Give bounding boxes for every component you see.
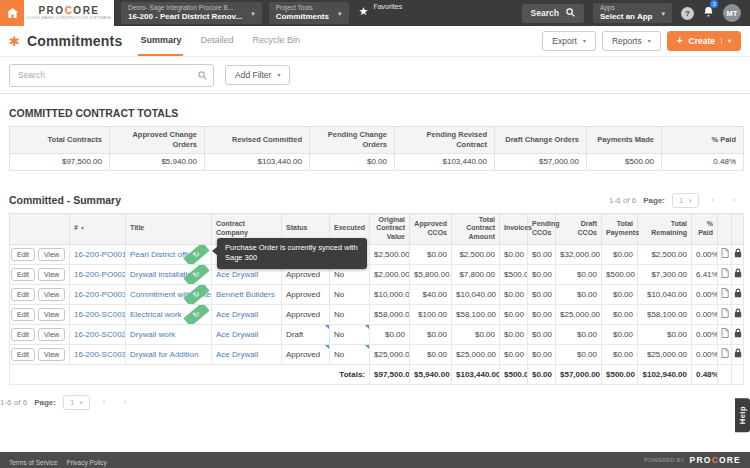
commitment-number-link[interactable]: 16-200-SC002 bbox=[74, 330, 126, 339]
chevron-down-icon: ▾ bbox=[583, 38, 586, 44]
document-icon[interactable] bbox=[721, 351, 729, 360]
next-page-button[interactable]: › bbox=[118, 395, 132, 409]
page-select[interactable]: 1 ▾ bbox=[672, 193, 699, 208]
summary-column-header bbox=[732, 213, 744, 244]
notification-badge: 3 bbox=[710, 0, 718, 8]
tab-recycle-bin[interactable]: Recycle Bin bbox=[251, 26, 303, 56]
edit-button[interactable]: Edit bbox=[11, 248, 35, 261]
contract-company-link[interactable]: Ace Drywall bbox=[216, 270, 258, 279]
contract-company-link[interactable]: Ace Drywall bbox=[216, 350, 258, 359]
lock-icon-cell bbox=[732, 344, 744, 364]
commitment-number-link[interactable]: 16-200-PO002 bbox=[74, 270, 126, 279]
notifications-button[interactable]: 3 bbox=[703, 4, 714, 22]
prev-page-button[interactable]: ‹ bbox=[706, 193, 720, 207]
document-icon[interactable] bbox=[721, 271, 729, 280]
footer-link-privacy-policy[interactable]: Privacy Policy bbox=[66, 459, 106, 466]
commitment-number-link[interactable]: 16-200-PO003 bbox=[74, 290, 126, 299]
document-icon[interactable] bbox=[721, 311, 729, 320]
contract-company-cell: Ace Drywall bbox=[212, 324, 282, 344]
commitment-number-link[interactable]: 16-200-SC001 bbox=[74, 310, 126, 319]
apps-dropdown[interactable]: Apps Select an App ▾ bbox=[593, 3, 672, 23]
commitment-number-link[interactable]: 16-200-PO001 bbox=[74, 250, 126, 259]
contract-company-cell: Bennett Builders bbox=[212, 284, 282, 304]
pagination-bottom: 1-6 of 6 Page: 1 ▾ ‹ › bbox=[0, 395, 741, 410]
amount-cell: $2,500.00 bbox=[638, 244, 692, 264]
edit-button[interactable]: Edit bbox=[11, 308, 35, 321]
help-question-icon[interactable]: ? bbox=[681, 7, 694, 20]
amount-cell: $2,500.00 bbox=[370, 244, 410, 264]
edit-button[interactable]: Edit bbox=[11, 348, 35, 361]
commitment-title-link[interactable]: Drywall for Addition bbox=[130, 350, 198, 359]
edit-button[interactable]: Edit bbox=[11, 288, 35, 301]
tab-bar: SummaryDetailedRecycle Bin bbox=[138, 26, 302, 56]
commitments-tool-icon: ✱ bbox=[9, 34, 20, 49]
edit-button[interactable]: Edit bbox=[11, 328, 35, 341]
view-button[interactable]: View bbox=[38, 328, 65, 341]
commitment-title-link[interactable]: Electrical work bbox=[130, 310, 182, 319]
document-icon[interactable] bbox=[721, 251, 729, 260]
lock-icon bbox=[734, 291, 742, 300]
view-button[interactable]: View bbox=[38, 248, 65, 261]
export-button[interactable]: Export ▾ bbox=[542, 31, 596, 51]
amount-cell: $2,000.00 bbox=[370, 264, 410, 284]
tab-detailed[interactable]: Detailed bbox=[198, 26, 235, 56]
view-button[interactable]: View bbox=[38, 348, 65, 361]
amount-cell: $0.00 bbox=[528, 264, 556, 284]
project-tools-dropdown[interactable]: Project Tools Commitments ▾ bbox=[269, 2, 349, 24]
sage-sync-badge[interactable]: ↻ bbox=[183, 244, 209, 264]
document-icon[interactable] bbox=[721, 331, 729, 340]
summary-column-header: Title bbox=[126, 213, 212, 244]
totals-value: $103,440.00 bbox=[395, 153, 495, 170]
reports-button[interactable]: Reports ▾ bbox=[602, 31, 661, 51]
lock-icon-cell bbox=[732, 244, 744, 264]
footer-link-terms-of-service[interactable]: Terms of Service bbox=[9, 459, 57, 466]
search-button-label: Search bbox=[531, 8, 559, 18]
view-button[interactable]: View bbox=[38, 308, 65, 321]
amount-cell: $10,040.00 bbox=[638, 284, 692, 304]
executed-cell: No bbox=[330, 284, 370, 304]
create-button[interactable]: + Create ▾ bbox=[667, 31, 741, 51]
page-select[interactable]: 1 ▾ bbox=[63, 395, 90, 410]
tab-summary[interactable]: Summary bbox=[138, 26, 183, 56]
apps-label: Apps bbox=[600, 4, 653, 12]
sage-sync-badge[interactable]: ↻ bbox=[183, 304, 209, 324]
contract-company-link[interactable]: Ace Drywall bbox=[216, 330, 258, 339]
favorites-button[interactable]: ★ Favorites bbox=[359, 0, 403, 26]
commitment-number-link[interactable]: 16-200-SC003 bbox=[74, 350, 126, 359]
document-icon[interactable] bbox=[721, 291, 729, 300]
sage-sync-badge[interactable]: ↻ bbox=[183, 264, 209, 284]
lock-icon-cell bbox=[732, 304, 744, 324]
document-icon-cell bbox=[718, 324, 732, 344]
lock-icon bbox=[734, 311, 742, 320]
next-page-button[interactable]: › bbox=[727, 193, 741, 207]
procore-footer-logo: PROCORE bbox=[690, 455, 741, 465]
totals-table: Total ContractsApproved Change OrdersRev… bbox=[9, 126, 744, 171]
changed-marker-icon bbox=[325, 345, 329, 349]
status-cell: Approved bbox=[282, 284, 330, 304]
document-icon-cell bbox=[718, 264, 732, 284]
view-button[interactable]: View bbox=[38, 288, 65, 301]
view-button[interactable]: View bbox=[38, 268, 65, 281]
footer: Terms of ServicePrivacy Policy POWERED B… bbox=[0, 452, 750, 468]
home-button[interactable] bbox=[0, 0, 24, 26]
summary-column-header[interactable]: #▼ bbox=[70, 213, 126, 244]
search-icon bbox=[566, 8, 575, 19]
edit-button[interactable]: Edit bbox=[11, 268, 35, 281]
page-title: Commitments bbox=[27, 33, 123, 49]
table-row: EditView16-200-PO003Commitment with Taxe… bbox=[10, 284, 744, 304]
table-row: EditView16-200-SC001Electrical work↻Ace … bbox=[10, 304, 744, 324]
sync-icon: ↻ bbox=[191, 289, 201, 299]
contract-company-link[interactable]: Ace Drywall bbox=[216, 310, 258, 319]
global-search-button[interactable]: Search bbox=[522, 4, 584, 23]
contract-company-link[interactable]: Bennett Builders bbox=[216, 290, 275, 299]
totals-column-header: Pending Revised Contract bbox=[395, 127, 495, 154]
avatar[interactable]: MT bbox=[723, 4, 741, 22]
commitment-title-link[interactable]: Drywall work bbox=[130, 330, 175, 339]
help-tab[interactable]: Help bbox=[735, 398, 750, 432]
company-project-dropdown[interactable]: Demo- Sage Integration Procore B... 16-2… bbox=[121, 2, 262, 24]
sage-sync-tooltip: Purchase Order is currently synced with … bbox=[217, 238, 367, 269]
prev-page-button[interactable]: ‹ bbox=[97, 395, 111, 409]
search-input[interactable] bbox=[9, 64, 214, 87]
amount-cell: $0.00 bbox=[602, 244, 638, 264]
add-filter-button[interactable]: Add Filter ▾ bbox=[225, 65, 290, 85]
